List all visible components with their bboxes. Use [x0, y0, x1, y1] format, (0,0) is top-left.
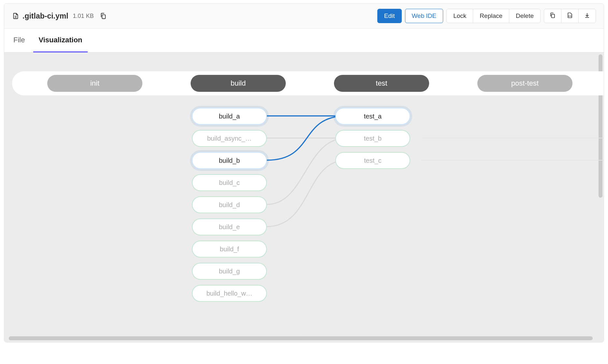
svg-rect-0: [102, 15, 105, 19]
delete-button[interactable]: Delete: [509, 9, 541, 23]
svg-rect-1: [552, 14, 555, 18]
job-column-test: test_a test_b test_c: [335, 108, 479, 174]
job-build-g[interactable]: build_g: [192, 263, 267, 280]
file-panel: .gitlab-ci.yml 1.01 KB Edit Web IDE Lock…: [4, 3, 604, 343]
clipboard-icon: [549, 12, 556, 20]
open-raw-button[interactable]: [561, 9, 579, 23]
job-build-f[interactable]: build_f: [192, 241, 267, 258]
job-build-e[interactable]: build_e: [192, 218, 267, 235]
lock-button[interactable]: Lock: [446, 9, 473, 23]
file-name: .gitlab-ci.yml: [22, 12, 68, 21]
stage-header-bar: init build test post-test: [12, 71, 604, 95]
edit-button[interactable]: Edit: [377, 9, 402, 23]
stage-pill-post-test[interactable]: post-test: [477, 75, 572, 92]
horizontal-scrollbar[interactable]: [9, 336, 593, 340]
job-build-b[interactable]: build_b: [192, 152, 267, 169]
file-size: 1.01 KB: [73, 13, 94, 20]
file-header: .gitlab-ci.yml 1.01 KB Edit Web IDE Lock…: [4, 4, 604, 29]
file-extra-actions: [544, 9, 596, 23]
file-header-left: .gitlab-ci.yml 1.01 KB: [12, 12, 107, 21]
document-code-icon: [567, 12, 573, 20]
file-actions: Edit Web IDE Lock Replace Delete: [377, 9, 596, 23]
web-ide-button[interactable]: Web IDE: [405, 9, 443, 23]
stage-pill-init[interactable]: init: [47, 75, 142, 92]
download-button[interactable]: [578, 9, 596, 23]
job-test-b[interactable]: test_b: [335, 130, 410, 147]
copy-contents-button[interactable]: [544, 9, 561, 23]
file-tabs: File Visualization: [4, 29, 604, 52]
job-build-hello-w[interactable]: build_hello_w…: [192, 285, 267, 302]
job-build-c[interactable]: build_c: [192, 174, 267, 191]
job-test-a[interactable]: test_a: [335, 108, 410, 125]
job-test-c[interactable]: test_c: [335, 152, 410, 169]
job-build-d[interactable]: build_d: [192, 196, 267, 213]
download-icon: [584, 12, 590, 20]
jobs-area: build_a build_async_… build_b build_c bu…: [12, 108, 604, 336]
file-danger-actions: Lock Replace Delete: [446, 9, 541, 23]
copy-path-icon[interactable]: [100, 12, 107, 20]
job-build-a[interactable]: build_a: [192, 108, 267, 125]
document-icon: [12, 12, 19, 20]
pipeline-visualization: init build test post-test: [4, 52, 604, 342]
replace-button[interactable]: Replace: [473, 9, 509, 23]
job-build-async[interactable]: build_async_…: [192, 130, 267, 147]
job-column-build: build_a build_async_… build_b build_c bu…: [192, 108, 335, 307]
horizontal-scrollbar-thumb[interactable]: [9, 336, 301, 340]
tab-visualization[interactable]: Visualization: [37, 29, 83, 52]
tab-file[interactable]: File: [12, 29, 26, 52]
stage-pill-build[interactable]: build: [191, 75, 286, 92]
stage-pill-test[interactable]: test: [334, 75, 429, 92]
